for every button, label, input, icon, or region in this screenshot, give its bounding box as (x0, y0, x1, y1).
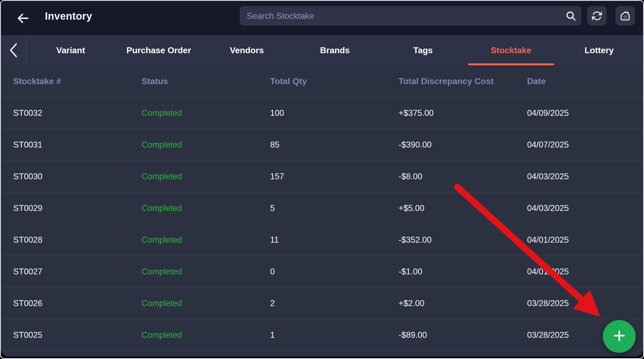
table-row[interactable]: ST0028 Completed 11 -$352.00 04/01/2025 (1, 224, 643, 256)
cell-total-qty: 2 (258, 299, 386, 308)
cell-stocktake-number: ST0029 (1, 203, 129, 213)
stocktake-table: Stocktake # Status Total Qty Total Discr… (1, 65, 643, 357)
cell-stocktake-number: ST0025 (1, 330, 129, 340)
page-title: Inventory (45, 10, 92, 22)
home-grid-icon (620, 10, 631, 21)
cell-discrepancy-cost: +$2.00 (386, 299, 515, 308)
table-row[interactable]: ST0026 Completed 2 +$2.00 03/28/2025 (1, 287, 643, 319)
cell-status: Completed (129, 172, 258, 181)
cell-date: 03/28/2025 (515, 299, 643, 308)
tab-item[interactable]: Vendors (203, 35, 291, 65)
table-row[interactable]: ST0031 Completed 85 -$390.00 04/07/2025 (1, 129, 643, 160)
cell-total-qty: 5 (258, 203, 386, 213)
cell-discrepancy-cost: +$375.00 (386, 108, 515, 118)
column-header: Stocktake # (1, 76, 129, 86)
plus-icon: + (613, 325, 626, 346)
tab-bar: Variant Purchase Order Vendors Brands (1, 35, 643, 65)
tabs-scroll-left-button[interactable] (1, 35, 27, 65)
top-bar: Inventory (1, 1, 643, 35)
cell-date: 04/09/2025 (515, 108, 643, 118)
cell-stocktake-number: ST0030 (1, 172, 129, 181)
cell-date: 04/07/2025 (515, 140, 643, 150)
tab-label: Purchase Order (126, 45, 191, 55)
tab-label: Variant (56, 45, 85, 55)
column-header: Total Discrepancy Cost (386, 76, 515, 86)
cell-total-qty: 11 (258, 235, 386, 245)
back-button[interactable] (14, 9, 33, 28)
cell-status: Completed (129, 299, 258, 308)
tab-label: Tags (413, 45, 433, 55)
table-row[interactable]: ST0032 Completed 100 +$375.00 04/09/2025 (1, 97, 643, 129)
cell-status: Completed (129, 235, 258, 245)
refresh-button[interactable] (587, 6, 607, 26)
tab-label: Vendors (230, 45, 264, 55)
tab-label: Stocktake (491, 45, 531, 55)
cell-total-qty: 100 (258, 108, 386, 118)
table-row[interactable]: ST0029 Completed 5 +$5.00 04/03/2025 (1, 192, 643, 224)
tab-list: Variant Purchase Order Vendors Brands (27, 35, 643, 65)
cell-status: Completed (129, 140, 258, 150)
cell-status: Completed (129, 330, 258, 340)
inventory-screen: Inventory (1, 1, 643, 357)
column-header: Status (129, 76, 258, 86)
cell-stocktake-number: ST0032 (1, 108, 129, 118)
home-menu-button[interactable] (615, 6, 635, 26)
cell-discrepancy-cost: -$89.00 (386, 330, 515, 340)
cell-total-qty: 85 (258, 140, 386, 150)
tab-item[interactable]: Brands (291, 35, 379, 65)
tab-item[interactable]: Stocktake (467, 35, 555, 65)
cell-total-qty: 1 (258, 330, 386, 340)
cell-stocktake-number: ST0031 (1, 140, 129, 150)
tab-item[interactable]: Purchase Order (115, 35, 203, 65)
tab-label: Brands (320, 45, 350, 55)
cell-total-qty: 0 (258, 267, 386, 277)
search-bar (240, 6, 581, 26)
cell-status: Completed (129, 108, 258, 118)
chevron-left-icon (9, 43, 18, 57)
tab-label: Lottery (585, 45, 614, 55)
cell-discrepancy-cost: -$390.00 (386, 140, 515, 150)
cell-stocktake-number: ST0028 (1, 235, 129, 245)
search-input[interactable] (247, 11, 565, 21)
tab-item[interactable]: Variant (27, 35, 115, 65)
table-row[interactable]: ST0030 Completed 157 -$8.00 04/03/2025 (1, 160, 643, 192)
arrow-left-icon (16, 11, 30, 25)
cell-date: 04/01/2025 (515, 267, 643, 277)
table-header-row: Stocktake # Status Total Qty Total Discr… (1, 65, 643, 97)
search-icon[interactable] (565, 10, 576, 21)
cell-discrepancy-cost: +$5.00 (386, 203, 515, 213)
table-row[interactable]: ST0025 Completed 1 -$89.00 03/28/2025 (1, 319, 643, 351)
app-window: Inventory (0, 0, 644, 359)
cell-stocktake-number: ST0026 (1, 299, 129, 308)
cell-discrepancy-cost: -$1.00 (386, 267, 515, 277)
cell-total-qty: 157 (258, 172, 386, 181)
refresh-icon (592, 10, 602, 21)
cell-status: Completed (129, 203, 258, 213)
tab-item[interactable]: Lottery (555, 35, 643, 65)
cell-date: 04/01/2025 (515, 235, 643, 245)
cell-date: 04/03/2025 (515, 172, 643, 181)
cell-status: Completed (129, 267, 258, 277)
cell-discrepancy-cost: -$8.00 (386, 172, 515, 181)
cell-discrepancy-cost: -$352.00 (386, 235, 515, 245)
partial-next-row (1, 351, 643, 357)
add-stocktake-button[interactable]: + (603, 320, 636, 353)
table-row[interactable]: ST0027 Completed 0 -$1.00 04/01/2025 (1, 256, 643, 287)
cell-stocktake-number: ST0027 (1, 267, 129, 277)
column-header: Total Qty (258, 76, 386, 86)
tab-item[interactable]: Tags (379, 35, 467, 65)
cell-date: 04/03/2025 (515, 203, 643, 213)
column-header: Date (515, 76, 643, 86)
